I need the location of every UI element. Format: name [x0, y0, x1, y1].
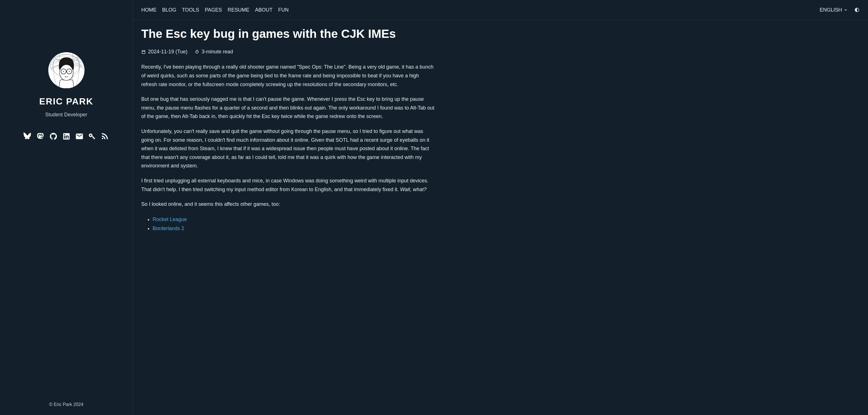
tagline: Student Developer: [45, 112, 87, 118]
post-body: Recently, I've been playing through a re…: [141, 63, 435, 233]
language-selector[interactable]: ENGLISH: [820, 7, 848, 13]
paragraph: Recently, I've been playing through a re…: [141, 63, 435, 89]
nav-pages[interactable]: PAGES: [205, 7, 222, 13]
chevron-down-icon: [844, 8, 848, 12]
linkedin-icon[interactable]: [61, 131, 71, 141]
github-icon[interactable]: [48, 131, 59, 141]
post-title: The Esc key bug in games with the CJK IM…: [141, 27, 435, 41]
paragraph: I first tried unplugging all external ke…: [141, 176, 435, 194]
article: The Esc key bug in games with the CJK IM…: [133, 20, 444, 244]
bluesky-icon[interactable]: [22, 131, 32, 141]
link-list: Rocket League Borderlands 2: [141, 215, 435, 233]
nav: HOME BLOG TOOLS PAGES RESUME ABOUT FUN: [141, 7, 288, 13]
sidebar: ERIC PARK Student Developer © Eric Park …: [0, 0, 133, 415]
list-item: Borderlands 2: [153, 224, 435, 233]
social-links: [22, 131, 111, 141]
post-readtime: 3-minute read: [195, 49, 233, 55]
key-icon[interactable]: [87, 131, 97, 141]
post-date: 2024-11-19 (Tue): [141, 49, 187, 55]
rss-icon[interactable]: [100, 131, 111, 141]
mastodon-icon[interactable]: [35, 131, 45, 141]
post-readtime-text: 3-minute read: [202, 49, 233, 55]
nav-tools[interactable]: TOOLS: [182, 7, 199, 13]
language-label: ENGLISH: [820, 7, 842, 13]
nav-about[interactable]: ABOUT: [255, 7, 272, 13]
nav-fun[interactable]: FUN: [278, 7, 288, 13]
paragraph: But one bug that has seriously nagged me…: [141, 95, 435, 121]
post-date-text: 2024-11-19 (Tue): [148, 49, 187, 55]
nav-resume[interactable]: RESUME: [227, 7, 249, 13]
list-item: Rocket League: [153, 215, 435, 224]
stopwatch-icon: [195, 50, 199, 54]
post-meta: 2024-11-19 (Tue) 3-minute read: [141, 49, 435, 55]
paragraph: So I looked online, and it seems this af…: [141, 200, 435, 209]
copyright: © Eric Park 2024: [49, 402, 83, 407]
topbar: HOME BLOG TOOLS PAGES RESUME ABOUT FUN E…: [133, 0, 868, 20]
contrast-icon: [855, 7, 860, 12]
svg-point-8: [63, 71, 64, 72]
site-name[interactable]: ERIC PARK: [39, 96, 94, 107]
svg-point-4: [60, 65, 73, 80]
link-rocket-league[interactable]: Rocket League: [153, 216, 187, 222]
avatar: [48, 52, 85, 89]
theme-toggle[interactable]: [855, 7, 860, 12]
nav-home[interactable]: HOME: [141, 7, 157, 13]
calendar-icon: [141, 50, 146, 54]
link-borderlands-2[interactable]: Borderlands 2: [153, 226, 184, 231]
nav-blog[interactable]: BLOG: [162, 7, 176, 13]
paragraph: Unfortunately, you can't really save and…: [141, 127, 435, 170]
svg-point-9: [69, 71, 69, 72]
email-icon[interactable]: [74, 131, 85, 141]
main: HOME BLOG TOOLS PAGES RESUME ABOUT FUN E…: [133, 0, 868, 415]
